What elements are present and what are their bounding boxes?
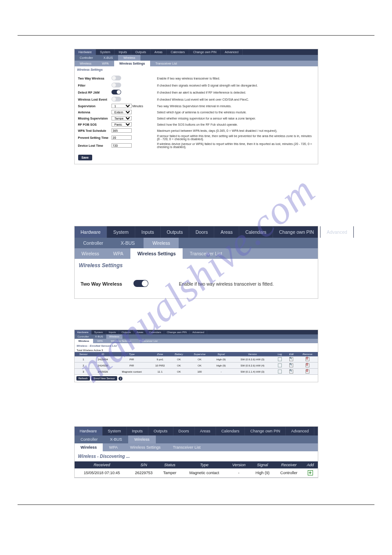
cell-signal: High (9) [250,468,274,478]
nav-controller[interactable]: Controller [75,238,112,248]
tab-wpa[interactable]: WPA [97,61,114,66]
tab-wireless[interactable]: Wireless [75,443,103,451]
nav-calendars[interactable]: Calendars [239,226,273,238]
nav-controller[interactable]: Controller [75,334,92,339]
nav-hardware[interactable]: Hardware [75,49,96,55]
nav-advanced[interactable]: Advanced [320,226,354,238]
select[interactable]: External [111,110,132,114]
tab-transceiver-list[interactable]: Transceiver List [167,443,207,451]
nav-wireless[interactable]: Wireless [144,238,179,248]
col-header: Signal [211,352,231,356]
setting-description: Maximum period between WPA tests, days (… [155,129,314,132]
nav-xbus[interactable]: X-BUS [98,55,118,61]
nav-main: Hardware System Inputs Outputs Areas Cal… [75,330,318,334]
tab-wireless[interactable]: Wireless [75,248,106,259]
log-icon[interactable] [278,357,282,361]
tab-wireless-settings[interactable]: Wireless Settings [107,339,135,343]
enrol-new-sensor-button[interactable]: Enrol New Sensor [91,376,117,381]
select[interactable]: 1 [111,104,132,108]
table-row: 22414539PIR10 PIR2OKOKHigh (9)SW (0.9.2.… [75,363,318,369]
nav-outputs[interactable]: Outputs [148,427,173,435]
info-icon[interactable]: i [119,377,122,381]
nav-areas[interactable]: Areas [195,427,216,435]
nav-outputs[interactable]: Outputs [119,330,134,334]
edit-icon[interactable] [289,357,293,361]
nav-system[interactable]: System [103,427,127,435]
tab-wpa[interactable]: WPA [93,339,107,343]
nav-change-pin[interactable]: Change own PIN [189,49,221,55]
edit-icon[interactable] [289,370,293,374]
nav-outputs[interactable]: Outputs [131,49,151,55]
tab-wireless-settings[interactable]: Wireless Settings [114,61,150,66]
nav-advanced[interactable]: Advanced [190,330,207,334]
nav-calendars[interactable]: Calendars [216,427,245,435]
setting-row: Detect RF JAMIf checked then an alert is… [78,89,314,96]
nav-system[interactable]: System [96,49,115,55]
tab-wireless-settings[interactable]: Wireless Settings [130,248,183,259]
nav-xbus[interactable]: X-BUS [104,435,129,443]
nav-controller[interactable]: Controller [75,435,104,443]
add-icon[interactable] [308,470,313,475]
toggle[interactable] [111,83,121,87]
edit-icon[interactable] [289,363,293,367]
tab-transceiver-list[interactable]: Transceiver List [150,61,182,66]
tab-transceiver-list[interactable]: Transceiver List [183,248,229,259]
remove-icon[interactable] [306,357,309,361]
nav-inputs[interactable]: Inputs [127,427,149,435]
nav-advanced[interactable]: Advanced [286,427,314,435]
setting-row: Supervision1 MinutesTwo way Wireless Sup… [78,103,314,109]
remove-icon[interactable] [306,370,309,374]
nav-outputs[interactable]: Outputs [161,226,190,238]
toggle[interactable] [111,76,121,80]
nav-inputs[interactable]: Inputs [135,226,161,238]
tab-wireless-settings[interactable]: Wireless Settings [124,443,167,451]
nav-change-pin[interactable]: Change own PIN [164,330,190,334]
nav-xbus[interactable]: X-BUS [112,238,144,248]
nav-areas[interactable]: Areas [134,330,147,334]
toggle[interactable] [111,97,121,102]
nav-inputs[interactable]: Inputs [106,330,119,334]
tab-wireless[interactable]: Wireless [75,61,97,66]
nav-change-pin[interactable]: Change own PIN [245,427,286,435]
nav-calendars[interactable]: Calendars [147,330,164,334]
subtitle-total-active: Total Wireless Active 3 [75,348,318,352]
nav-areas[interactable]: Areas [151,49,167,55]
setting-label: Antenna [78,111,111,114]
tab-wpa[interactable]: WPA [106,248,130,259]
nav-wireless[interactable]: Wireless [128,435,156,443]
nav-main: Hardware System Inputs Outputs Doors Are… [75,226,318,238]
nav-system[interactable]: System [92,330,106,334]
toggle-two-way-wireless[interactable] [133,280,148,287]
nav-doors[interactable]: Doors [189,226,214,238]
remove-icon[interactable] [306,363,309,367]
nav-hardware[interactable]: Hardware [75,330,92,334]
nav-hardware[interactable]: Hardware [75,226,108,238]
toggle[interactable] [111,90,121,94]
setting-description: If checked then an alert is activated if… [155,91,314,94]
select[interactable]: Panic [111,122,132,127]
nav-hardware[interactable]: Hardware [75,427,103,435]
tab-wpa[interactable]: WPA [103,443,124,451]
tab-transceiver-list[interactable]: Transceiver List [135,339,162,343]
log-icon[interactable] [278,363,282,367]
save-button[interactable]: Save [78,155,92,160]
nav-wireless[interactable]: Wireless [118,55,140,61]
tab-wireless[interactable]: Wireless [75,339,94,343]
nav-controller[interactable]: Controller [75,55,98,61]
text-input[interactable] [111,143,132,148]
nav-inputs[interactable]: Inputs [115,49,131,55]
nav-calendars[interactable]: Calendars [167,49,189,55]
nav-xbus[interactable]: X-BUS [92,334,106,339]
refresh-button[interactable]: Refresh [76,376,90,381]
text-input[interactable] [111,128,132,133]
nav-change-pin[interactable]: Change own PIN [273,226,320,238]
nav-wireless[interactable]: Wireless [106,334,122,339]
nav-doors[interactable]: Doors [173,427,195,435]
text-input[interactable] [111,135,132,140]
nav-system[interactable]: System [107,226,135,238]
cell-id: 2415004 [92,356,113,363]
select[interactable]: Tamper enabled [111,116,132,120]
nav-areas[interactable]: Areas [214,226,239,238]
log-icon[interactable] [278,370,282,374]
nav-advanced[interactable]: Advanced [221,49,243,55]
